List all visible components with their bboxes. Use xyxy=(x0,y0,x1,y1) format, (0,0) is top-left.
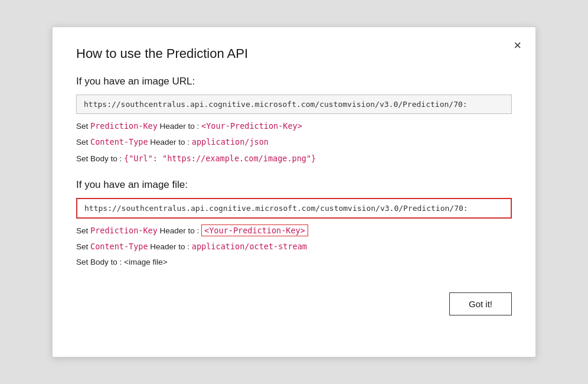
content-type-label-2: Content-Type xyxy=(90,242,148,251)
image-file-url-input[interactable] xyxy=(76,198,512,219)
prediction-key-label: Prediction-Key xyxy=(90,121,158,131)
dialog-title: How to use the Prediction API xyxy=(76,46,512,61)
dialog-footer: Got it! xyxy=(76,292,512,315)
instruction-line-6: Set Body to : <image file> xyxy=(76,256,512,268)
image-url-section: If you have an image URL: Set Prediction… xyxy=(76,76,512,165)
body-value: {"Url": "https://example.com/image.png"} xyxy=(124,154,316,163)
prefix-text-2: Set xyxy=(76,138,90,147)
image-url-input[interactable] xyxy=(76,95,512,114)
middle-text-2: Header to : xyxy=(148,138,192,147)
instruction-line-4: Set Prediction-Key Header to : <Your-Pre… xyxy=(76,224,512,237)
image-file-heading: If you have an image file: xyxy=(76,179,512,191)
content-type-value: application/json xyxy=(192,137,269,147)
prefix-text: Set xyxy=(76,122,90,131)
your-prediction-key-boxed: <Your-Prediction-Key> xyxy=(201,224,308,236)
prefix-text-4: Set xyxy=(76,226,90,235)
instruction-line-2: Set Content-Type Header to : application… xyxy=(76,136,512,148)
middle-text-4: Header to : xyxy=(158,226,201,235)
got-it-button[interactable]: Got it! xyxy=(449,292,512,315)
prediction-api-dialog: × How to use the Prediction API If you h… xyxy=(52,27,536,357)
middle-text: Header to : xyxy=(158,122,201,131)
body-text-2: Set Body to : <image file> xyxy=(76,258,168,266)
instruction-line-1: Set Prediction-Key Header to : <Your-Pre… xyxy=(76,120,512,132)
prediction-key-label-2: Prediction-Key xyxy=(90,226,158,235)
close-button[interactable]: × xyxy=(514,39,521,52)
your-prediction-key-value: <Your-Prediction-Key> xyxy=(201,121,302,131)
body-text: Set Body to : xyxy=(76,154,124,163)
instruction-line-3: Set Body to : {"Url": "https://example.c… xyxy=(76,152,512,165)
instruction-line-5: Set Content-Type Header to : application… xyxy=(76,240,512,253)
prefix-text-5: Set xyxy=(76,242,90,251)
middle-text-5: Header to : xyxy=(148,242,192,251)
image-url-heading: If you have an image URL: xyxy=(76,76,512,87)
content-type-value-2: application/octet-stream xyxy=(192,242,307,251)
dialog-overlay: × How to use the Prediction API If you h… xyxy=(0,0,588,384)
content-type-label: Content-Type xyxy=(90,137,148,147)
image-file-section: If you have an image file: Set Predictio… xyxy=(76,179,512,269)
